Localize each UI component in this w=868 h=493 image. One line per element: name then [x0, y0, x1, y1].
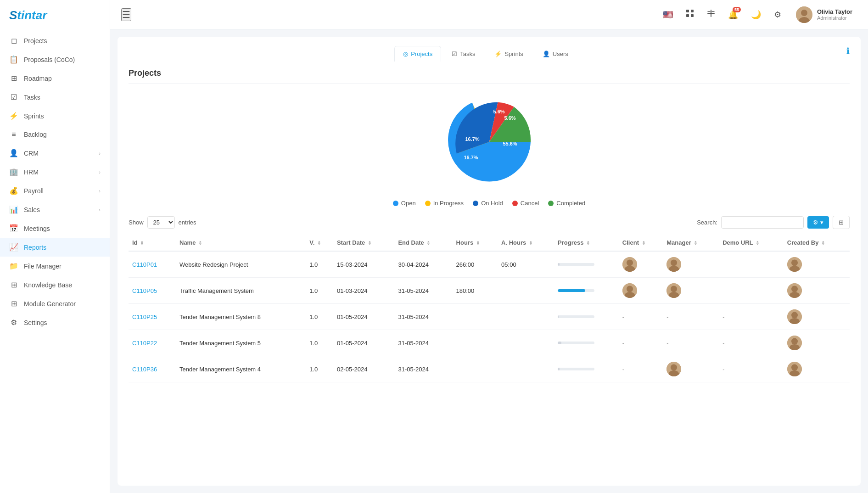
cell-hours: 180:00 [453, 278, 498, 304]
filter-button[interactable]: ⚙ ▾ [807, 216, 829, 229]
tab-tasks-icon: ☑ [452, 50, 457, 57]
apps-icon[interactable] [683, 6, 697, 22]
proposals-icon: 📋 [9, 55, 18, 64]
logo-text: Stintar [9, 8, 101, 22]
user-info: Olivia Taylor Administrator [817, 8, 852, 21]
tab-tasks[interactable]: ☑ Tasks [443, 46, 484, 62]
sidebar-item-sales[interactable]: 📊 Sales › [0, 200, 110, 219]
show-entries-select[interactable]: 25 50 100 [147, 216, 175, 229]
cell-created-by [784, 304, 850, 330]
progress-bar-container [558, 368, 594, 370]
roadmap-icon: ⊞ [9, 74, 18, 83]
sidebar-item-reports[interactable]: 📈 Reports [0, 238, 110, 257]
table-row: C110P22 Tender Management System 5 1.0 0… [129, 330, 850, 356]
language-selector[interactable]: 🇺🇸 [660, 7, 676, 22]
cell-demo-url: - [719, 304, 784, 330]
dark-mode-icon[interactable]: 🌙 [748, 7, 764, 22]
sidebar-item-knowledge-base[interactable]: ⊞ Knowledge Base [0, 275, 110, 294]
cell-end: 30-04-2024 [394, 251, 452, 278]
col-name[interactable]: Name ⇕ [176, 235, 306, 251]
sidebar-item-crm[interactable]: 👤 CRM › [0, 144, 110, 162]
sidebar-item-projects[interactable]: ◻ Projects [0, 31, 110, 50]
notification-badge: 55 [733, 7, 741, 12]
tab-projects-icon: ◎ [403, 50, 408, 57]
legend-in-progress: In Progress [425, 200, 464, 207]
col-a-hours[interactable]: A. Hours ⇕ [498, 235, 554, 251]
legend-dot-completed [548, 201, 554, 206]
cell-client: - [619, 330, 663, 356]
user-profile[interactable]: Olivia Taylor Administrator [791, 4, 857, 26]
col-manager[interactable]: Manager ⇕ [663, 235, 719, 251]
table-controls: Show 25 50 100 entries Search: ⚙ ▾ ⊞ [129, 216, 850, 229]
svg-rect-0 [686, 10, 689, 12]
sidebar-item-settings[interactable]: ⚙ Settings [0, 313, 110, 332]
col-end-date[interactable]: End Date ⇕ [394, 235, 452, 251]
hamburger-button[interactable]: ☰ [121, 8, 131, 21]
tab-sprints[interactable]: ⚡ Sprints [486, 46, 532, 62]
col-start-date[interactable]: Start Date ⇕ [333, 235, 395, 251]
search-input[interactable] [721, 216, 804, 229]
col-demo-url[interactable]: Demo URL ⇕ [719, 235, 784, 251]
project-id-link[interactable]: C110P01 [132, 261, 157, 268]
cell-version: 1.0 [306, 278, 333, 304]
cell-manager [663, 278, 719, 304]
notifications-icon[interactable]: 🔔 55 [725, 7, 741, 22]
project-id-link[interactable]: C110P05 [132, 287, 157, 294]
filter-arrow: ▾ [820, 219, 823, 226]
sidebar-item-sprints[interactable]: ⚡ Sprints [0, 106, 110, 125]
cell-start: 01-05-2024 [333, 330, 395, 356]
pie-label-completed: 5.6% [504, 115, 515, 121]
sidebar-item-roadmap[interactable]: ⊞ Roadmap [0, 69, 110, 88]
project-id-link[interactable]: C110P36 [132, 366, 157, 373]
cell-name: Tender Management System 4 [176, 356, 306, 382]
svg-point-12 [627, 259, 633, 266]
progress-bar-container [558, 263, 594, 266]
svg-point-24 [671, 286, 677, 292]
sort-manager-icon: ⇕ [694, 241, 697, 246]
tab-projects[interactable]: ◎ Projects [394, 46, 441, 62]
sidebar-item-file-manager[interactable]: 📁 File Manager [0, 257, 110, 275]
cell-client [619, 278, 663, 304]
sidebar-item-payroll[interactable]: 💰 Payroll › [0, 181, 110, 200]
cell-manager: - [663, 304, 719, 330]
col-progress[interactable]: Progress ⇕ [554, 235, 619, 251]
sidebar-item-module-generator[interactable]: ⊞ Module Generator [0, 294, 110, 313]
avatar [796, 6, 812, 23]
project-id-link[interactable]: C110P25 [132, 314, 157, 320]
cell-progress [554, 251, 619, 278]
project-id-link[interactable]: C110P22 [132, 340, 157, 347]
knowledge-base-icon: ⊞ [9, 280, 18, 289]
cell-start: 15-03-2024 [333, 251, 395, 278]
chart-container: 55.6% 16.7% 16.7% 5.6% 5.6% Open In Prog… [129, 91, 850, 207]
col-id[interactable]: Id ⇕ [129, 235, 176, 251]
tab-users[interactable]: 👤 Users [534, 46, 577, 62]
info-icon[interactable]: ℹ [846, 46, 850, 56]
module-generator-icon: ⊞ [9, 299, 18, 308]
col-created-by[interactable]: Created By ⇕ [784, 235, 850, 251]
created-by-avatar [787, 336, 802, 350]
logo: Stintar [0, 0, 110, 31]
sidebar-item-hrm[interactable]: 🏢 HRM › [0, 162, 110, 181]
settings-gear-icon[interactable]: ⚙ [771, 7, 784, 22]
col-hours[interactable]: Hours ⇕ [453, 235, 498, 251]
add-icon[interactable] [704, 6, 718, 22]
pie-label-cancel: 5.6% [493, 109, 504, 114]
sidebar-item-backlog[interactable]: ≡ Backlog [0, 125, 110, 144]
progress-bar [558, 289, 585, 292]
sort-hours-icon: ⇕ [476, 241, 480, 246]
sort-start-icon: ⇕ [368, 241, 371, 246]
sidebar-item-proposals[interactable]: 📋 Proposals (CoCo) [0, 50, 110, 69]
sales-icon: 📊 [9, 205, 18, 214]
col-version[interactable]: V. ⇕ [306, 235, 333, 251]
cell-end: 31-05-2024 [394, 356, 452, 382]
sidebar-item-tasks[interactable]: ☑ Tasks [0, 88, 110, 106]
svg-point-30 [791, 312, 798, 318]
sidebar-item-meetings[interactable]: 📅 Meetings [0, 219, 110, 238]
cell-created-by [784, 251, 850, 278]
col-client[interactable]: Client ⇕ [619, 235, 663, 251]
table-row: C110P01 Website Redesign Project 1.0 15-… [129, 251, 850, 278]
progress-bar [558, 315, 559, 318]
cell-client [619, 251, 663, 278]
cell-name: Website Redesign Project [176, 251, 306, 278]
export-button[interactable]: ⊞ [833, 216, 850, 229]
